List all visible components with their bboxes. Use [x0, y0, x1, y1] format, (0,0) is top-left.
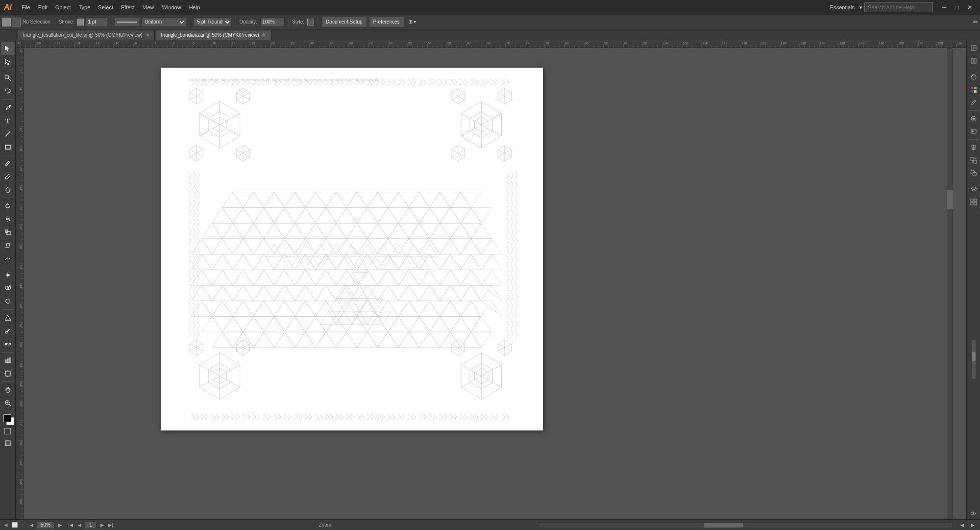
- rp-scrollbar-thumb[interactable]: [972, 352, 976, 361]
- width-tool[interactable]: [1, 269, 15, 281]
- menu-window[interactable]: Window: [158, 0, 185, 15]
- menu-edit[interactable]: Edit: [34, 0, 51, 15]
- foreground-color-box[interactable]: [3, 414, 11, 422]
- menu-type[interactable]: Type: [75, 0, 95, 15]
- opacity-input[interactable]: [260, 17, 285, 27]
- magic-wand-tool[interactable]: [1, 72, 15, 84]
- restore-button[interactable]: □: [951, 0, 963, 15]
- rp-btn-11[interactable]: [968, 183, 980, 195]
- status-doc-icon[interactable]: ⬜: [12, 522, 18, 528]
- menu-object[interactable]: Object: [51, 0, 75, 15]
- blend-tool[interactable]: [1, 338, 15, 351]
- pen-tool[interactable]: [1, 101, 15, 114]
- svg-marker-260: [461, 254, 481, 270]
- vertical-scrollbar[interactable]: [947, 48, 953, 519]
- rotate-tool[interactable]: [1, 200, 15, 212]
- reflect-tool[interactable]: [1, 213, 15, 226]
- rp-btn-1[interactable]: [968, 42, 980, 54]
- next-page-btn[interactable]: ▶: [98, 522, 105, 529]
- rp-btn-10[interactable]: [968, 167, 980, 179]
- svg-marker-401: [461, 332, 481, 348]
- artboard-tool[interactable]: [1, 367, 15, 380]
- shape-builder-tool[interactable]: [1, 282, 15, 295]
- none-color-btn[interactable]: [4, 428, 11, 434]
- rectangle-tool[interactable]: [1, 141, 15, 153]
- shear-tool[interactable]: [1, 239, 15, 252]
- stroke-width-input[interactable]: 1 pt: [86, 17, 107, 27]
- zoom-input[interactable]: 50%: [37, 521, 54, 529]
- eyedropper-tool[interactable]: [1, 325, 15, 337]
- rp-btn-2[interactable]: [968, 55, 980, 67]
- minimize-button[interactable]: ─: [938, 0, 951, 15]
- lasso-tool[interactable]: [1, 85, 15, 98]
- zoom-tool[interactable]: [1, 397, 15, 409]
- tab-2[interactable]: triangle_bandana.ai @ 50% (CMYK/Preview)…: [156, 30, 271, 40]
- rp-btn-12[interactable]: [968, 196, 980, 208]
- stroke-color-swatch[interactable]: [77, 19, 84, 25]
- scale-tool[interactable]: [1, 226, 15, 239]
- horizontal-scrollbar[interactable]: [538, 522, 953, 528]
- pencil-tool[interactable]: [1, 170, 15, 183]
- type-tool[interactable]: T: [1, 114, 15, 127]
- scroll-right-btn[interactable]: ▶: [969, 522, 976, 529]
- menu-file[interactable]: File: [18, 0, 34, 15]
- menu-help[interactable]: Help: [185, 0, 204, 15]
- rp-btn-9[interactable]: [968, 154, 980, 166]
- menu-effect[interactable]: Effect: [117, 0, 139, 15]
- search-input[interactable]: [864, 2, 933, 12]
- scroll-left-btn[interactable]: ◀: [958, 522, 965, 529]
- zoom-in-btn[interactable]: ▶: [56, 522, 63, 529]
- change-screen-mode[interactable]: [1, 437, 15, 450]
- svg-marker-371: [419, 316, 440, 332]
- zoom-out-btn[interactable]: ◀: [28, 522, 35, 529]
- tab-1[interactable]: triangle_tesallation_cut_file.ai @ 50% (…: [18, 30, 155, 40]
- svg-marker-329: [274, 301, 294, 317]
- perspective-grid-tool[interactable]: [1, 311, 15, 324]
- rp-btn-6[interactable]: [968, 113, 980, 125]
- toolbar-collapse-right[interactable]: ≫: [972, 19, 978, 25]
- color-boxes[interactable]: [1, 413, 15, 427]
- status-collapse-left[interactable]: ◀: [4, 522, 8, 528]
- fill-swatch[interactable]: [2, 18, 11, 26]
- preferences-button[interactable]: Preferences: [369, 17, 404, 27]
- rp-btn-7[interactable]: [968, 126, 980, 137]
- brush-select[interactable]: 5 pt. Round 1 pt. Round: [194, 17, 232, 27]
- rp-btn-4[interactable]: [968, 84, 980, 96]
- dash-pattern[interactable]: [115, 18, 139, 26]
- arrange-icon[interactable]: ⊞: [408, 19, 413, 25]
- rp-collapse-btn[interactable]: ≫: [968, 507, 980, 519]
- page-input[interactable]: [85, 521, 97, 529]
- style-swatch[interactable]: [307, 19, 314, 25]
- blob-brush-tool[interactable]: [1, 183, 15, 196]
- tab-2-close[interactable]: ✕: [262, 33, 266, 38]
- scrollbar-thumb-h[interactable]: [704, 523, 743, 528]
- document-setup-button[interactable]: Document Setup: [321, 17, 367, 27]
- arrange-dropdown[interactable]: ▾: [414, 19, 416, 25]
- workspace-dropdown-icon[interactable]: ▾: [859, 4, 862, 11]
- status-share-icon[interactable]: ↑: [22, 522, 24, 528]
- live-paint-bucket[interactable]: [1, 295, 15, 308]
- selection-tool[interactable]: [1, 42, 15, 55]
- separator-2: [111, 17, 111, 27]
- stroke-swatch[interactable]: [12, 18, 21, 26]
- scrollbar-thumb-v[interactable]: [947, 190, 953, 209]
- rp-btn-5[interactable]: [968, 97, 980, 108]
- close-button[interactable]: ✕: [963, 0, 976, 15]
- hand-tool[interactable]: [1, 383, 15, 396]
- canvas-scroll[interactable]: ⇒⇒⇒⇒⇒⇒⇒⇒⇒⇒⇒⇒⇒⇒⇒⇒⇒⇒⇒⇒⇒⇒⇒⇒⇒⇒⇒⇒⇒⇒: [24, 48, 966, 519]
- paintbrush-tool[interactable]: [1, 157, 15, 170]
- reshape-tool[interactable]: [1, 252, 15, 265]
- rp-btn-8[interactable]: [968, 142, 980, 153]
- last-page-btn[interactable]: ▶|: [107, 522, 114, 529]
- menu-select[interactable]: Select: [94, 0, 117, 15]
- prev-page-btn[interactable]: ◀: [76, 522, 83, 529]
- rp-scrollbar[interactable]: [972, 340, 976, 379]
- direct-select-tool[interactable]: [1, 55, 15, 68]
- stroke-profile-select[interactable]: Uniform Width Profile 1: [141, 17, 186, 27]
- tab-1-close[interactable]: ✕: [146, 33, 149, 38]
- graph-tool[interactable]: [1, 354, 15, 367]
- line-segment-tool[interactable]: [1, 127, 15, 140]
- menu-view[interactable]: View: [139, 0, 158, 15]
- rp-btn-3[interactable]: [968, 71, 980, 83]
- first-page-btn[interactable]: |◀: [67, 522, 74, 529]
